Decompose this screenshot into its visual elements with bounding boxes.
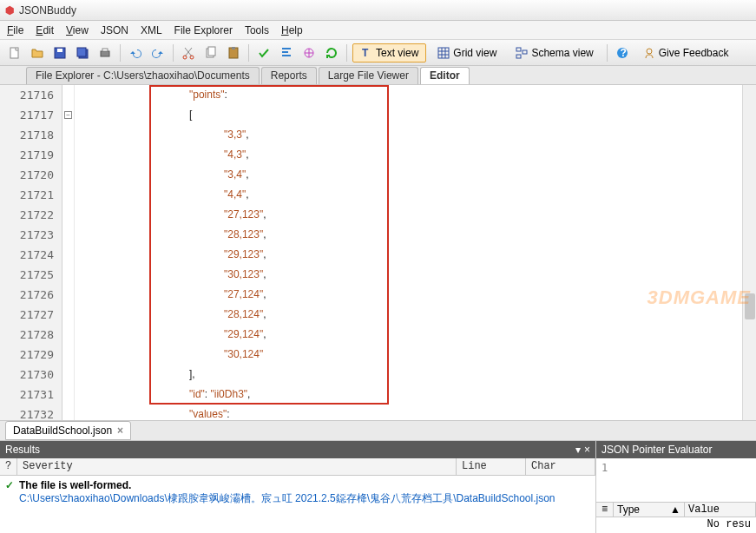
document-tabs: File Explorer - C:\Users\zhaoxihao\Docum… [0, 66, 756, 85]
toolbar: T Text view Grid view Schema view ? Give… [0, 40, 756, 66]
print-icon[interactable] [95, 43, 115, 63]
code-line[interactable]: "30,123", [224, 267, 266, 280]
grid-view-label: Grid view [453, 47, 496, 59]
feedback-label: Give Feedback [659, 47, 729, 59]
bottom-panels: Results ▾ × ? Severity Line Char ✓The fi… [0, 441, 756, 533]
schema-view-button[interactable]: Schema view [508, 43, 601, 63]
vertical-scrollbar[interactable] [742, 85, 756, 420]
col-eq: ≡ [596, 503, 614, 517]
code-line[interactable]: "27,124", [224, 287, 266, 300]
line-number: 21722 [0, 208, 62, 221]
feedback-button[interactable]: Give Feedback [635, 43, 737, 63]
code-line[interactable]: "values": [189, 407, 230, 420]
col-type[interactable]: Type▲ [614, 503, 685, 517]
code-line[interactable]: "29,124", [224, 327, 266, 340]
svg-rect-5 [101, 51, 109, 56]
code-line[interactable]: "points": [189, 88, 227, 101]
pin-icon[interactable]: ▾ [575, 444, 581, 456]
app-title: JSONBuddy [19, 4, 76, 16]
evaluator-input[interactable]: 1 [596, 458, 756, 502]
menu-tools[interactable]: Tools [245, 24, 269, 36]
check-icon: ✓ [5, 479, 19, 491]
grid-view-button[interactable]: Grid view [430, 43, 504, 63]
results-body: ✓The file is well-formed. C:\Users\zhaox… [0, 476, 595, 533]
line-number: 21720 [0, 168, 62, 181]
app-logo: ⬢ [5, 4, 14, 16]
code-line[interactable]: ], [189, 367, 195, 380]
validate-icon[interactable] [254, 43, 273, 63]
paste-icon[interactable] [224, 43, 243, 63]
menu-xml[interactable]: XML [141, 24, 162, 36]
menu-file[interactable]: File [7, 24, 23, 36]
open-file-icon[interactable] [28, 43, 47, 63]
close-icon[interactable]: × [117, 424, 123, 437]
cut-icon[interactable] [179, 43, 198, 63]
line-number: 21726 [0, 288, 62, 301]
file-tab[interactable]: DataBuildSchool.json × [5, 421, 131, 440]
col-value[interactable]: Value [685, 503, 756, 517]
result-message: The file is well-formed. [19, 479, 131, 491]
text-view-button[interactable]: T Text view [352, 43, 426, 63]
code-line[interactable]: [ [189, 108, 192, 121]
menu-json[interactable]: JSON [101, 24, 128, 36]
code-line[interactable]: "27,123", [224, 207, 266, 220]
line-number: 21721 [0, 188, 62, 201]
code-line[interactable]: "3,3", [224, 128, 249, 141]
svg-rect-12 [232, 47, 235, 49]
svg-rect-15 [438, 48, 449, 58]
col-line[interactable]: Line [457, 458, 526, 475]
code-line[interactable]: "28,124", [224, 307, 266, 320]
redo-icon[interactable] [148, 43, 168, 63]
evaluator-result: No resu [596, 517, 756, 533]
refresh-icon[interactable] [322, 43, 341, 63]
file-tab-label: DataBuildSchool.json [13, 424, 112, 437]
text-view-label: Text view [376, 47, 418, 59]
code-line[interactable]: "id": "ii0Dh3", [189, 387, 250, 400]
line-number: 21729 [0, 348, 62, 361]
col-char[interactable]: Char [526, 458, 595, 475]
transform-icon[interactable] [299, 43, 319, 63]
text-icon: T [360, 47, 372, 59]
col-status[interactable]: ? [0, 458, 17, 475]
close-panel-icon[interactable]: × [584, 444, 590, 456]
code-line[interactable]: "28,123", [224, 227, 266, 240]
undo-icon[interactable] [126, 43, 145, 63]
tab-editor[interactable]: Editor [420, 67, 470, 84]
line-number: 21719 [0, 148, 62, 161]
toolbar-separator [173, 44, 174, 62]
highlight-box [149, 85, 389, 405]
result-path: C:\Users\zhaoxihao\Downloads\棣跟胺韋飒峻灞槽。宸ュ… [5, 491, 590, 506]
save-icon[interactable] [50, 43, 69, 63]
results-header: Results ▾ × [0, 441, 595, 458]
code-line[interactable]: "29,123", [224, 247, 266, 260]
col-severity[interactable]: Severity [17, 458, 457, 475]
line-number: 21728 [0, 328, 62, 341]
window-titlebar: ⬢ JSONBuddy [0, 0, 756, 21]
save-all-icon[interactable] [73, 43, 92, 63]
menu-help[interactable]: Help [281, 24, 303, 36]
svg-rect-10 [208, 47, 215, 56]
menu-edit[interactable]: Edit [36, 24, 54, 36]
new-file-icon[interactable] [5, 43, 24, 63]
fold-gutter [62, 85, 75, 420]
json-pointer-evaluator: JSON Pointer Evaluator 1 ≡ Type▲ Value N… [596, 441, 756, 533]
code-line[interactable]: "30,124" [224, 347, 263, 360]
copy-icon[interactable] [201, 43, 220, 63]
toolbar-separator [346, 44, 347, 62]
svg-rect-18 [516, 55, 521, 58]
code-line[interactable]: "3,4", [224, 168, 249, 181]
tab-reports[interactable]: Reports [261, 67, 317, 84]
menu-file-explorer[interactable]: File Explorer [174, 24, 233, 36]
code-line[interactable]: "4,3", [224, 148, 249, 161]
help-icon[interactable]: ? [613, 43, 632, 63]
tab-large-file-viewer[interactable]: Large File Viewer [319, 67, 418, 84]
scrollbar-thumb[interactable] [745, 293, 755, 319]
editor-area[interactable]: 21716"points":21717[−21718"3,3",21719"4,… [0, 85, 756, 420]
toolbar-separator [607, 44, 608, 62]
format-icon[interactable] [277, 43, 296, 63]
svg-rect-6 [102, 49, 108, 51]
fold-toggle-icon[interactable]: − [64, 111, 72, 119]
tab-file-explorer[interactable]: File Explorer - C:\Users\zhaoxihao\Docum… [26, 67, 260, 84]
menu-view[interactable]: View [66, 24, 89, 36]
code-line[interactable]: "4,4", [224, 188, 249, 201]
